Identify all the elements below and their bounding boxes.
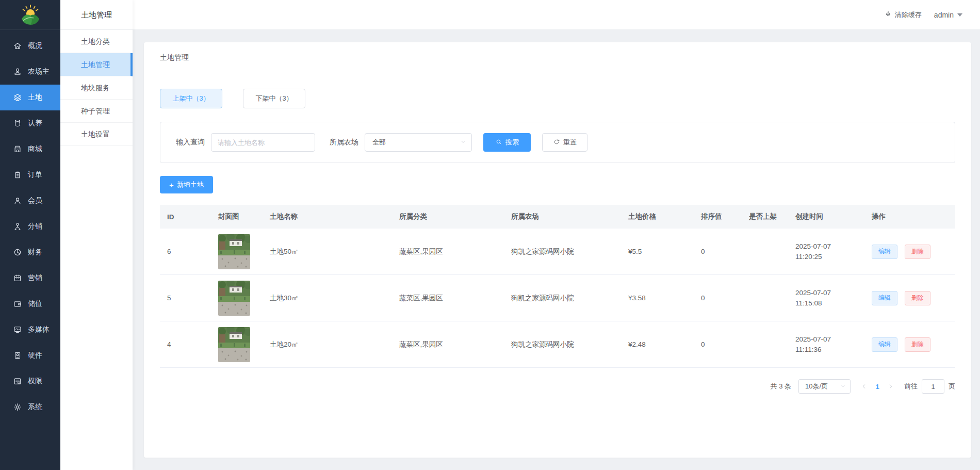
prev-page-button[interactable] bbox=[858, 379, 870, 394]
submenu-item[interactable]: 地块服务 bbox=[60, 76, 133, 100]
user-menu[interactable]: admin bbox=[934, 11, 962, 19]
secondary-sidebar: 土地管理 土地分类 土地管理 地块服务 种子管理 土地设置 bbox=[60, 0, 133, 470]
broom-icon bbox=[885, 10, 892, 19]
reset-button[interactable]: 重置 bbox=[542, 133, 587, 152]
edit-button[interactable]: 编辑 bbox=[872, 337, 897, 352]
search-button[interactable]: 搜索 bbox=[483, 133, 531, 152]
sidebar-item-home[interactable]: 概况 bbox=[0, 33, 60, 59]
stored-value-icon bbox=[13, 299, 22, 309]
land-photo-image bbox=[218, 281, 250, 316]
sidebar-item-farmer[interactable]: 农场主 bbox=[0, 59, 60, 85]
submenu-item[interactable]: 种子管理 bbox=[60, 100, 133, 123]
sidebar-item-order[interactable]: 订单 bbox=[0, 162, 60, 188]
add-land-button[interactable]: + 新增土地 bbox=[160, 176, 213, 193]
media-icon bbox=[13, 325, 22, 334]
sidebar-item-stored-value[interactable]: 储值 bbox=[0, 291, 60, 317]
cell-created: 2025-07-07 11:11:36 bbox=[788, 334, 864, 355]
sidebar-item-permission[interactable]: 权限 bbox=[0, 368, 60, 394]
clear-cache-label: 清除缓存 bbox=[895, 10, 922, 20]
sidebar-item-label: 商城 bbox=[28, 144, 42, 154]
delete-button[interactable]: 删除 bbox=[905, 245, 930, 259]
sidebar-item-label: 权限 bbox=[28, 377, 42, 386]
submenu-item[interactable]: 土地管理 bbox=[60, 53, 133, 76]
land-table: ID 封面图 土地名称 所属分类 所属农场 土地价格 排序值 是否上架 创建时间… bbox=[160, 205, 955, 368]
col-id: ID bbox=[160, 213, 211, 221]
farm-select[interactable]: 全部 bbox=[365, 133, 472, 152]
sidebar-item-land[interactable]: 土地 bbox=[0, 85, 60, 110]
col-cover: 封面图 bbox=[211, 212, 263, 221]
sidebar-item-hardware[interactable]: 硬件 bbox=[0, 343, 60, 368]
permission-icon bbox=[13, 377, 22, 386]
table-header: ID 封面图 土地名称 所属分类 所属农场 土地价格 排序值 是否上架 创建时间… bbox=[160, 205, 955, 229]
sidebar-item-member[interactable]: 会员 bbox=[0, 188, 60, 214]
sidebar-item-media[interactable]: 多媒体 bbox=[0, 317, 60, 343]
goto-page-input[interactable] bbox=[922, 379, 944, 394]
username: admin bbox=[934, 11, 954, 19]
cell-category: 蔬菜区,果园区 bbox=[392, 340, 504, 349]
cell-sort: 0 bbox=[694, 248, 742, 255]
land-photo-image bbox=[218, 327, 250, 362]
land-photo-image bbox=[218, 234, 250, 269]
sidebar-item-label: 概况 bbox=[28, 41, 42, 51]
sidebar-item-distribution[interactable]: 分销 bbox=[0, 214, 60, 239]
farmer-icon bbox=[13, 67, 22, 76]
app-root: 概况 农场主 土地 认养 商城 订单 会员 分销 财务 营销 储值 bbox=[0, 0, 980, 470]
page-size-value: 10条/页 bbox=[805, 382, 828, 391]
page-size-select[interactable]: 10条/页 bbox=[798, 379, 851, 394]
sidebar-item-marketing[interactable]: 营销 bbox=[0, 265, 60, 291]
land-photo-thumbnail[interactable] bbox=[218, 327, 250, 362]
shop-icon bbox=[13, 144, 22, 154]
land-name-input[interactable] bbox=[211, 133, 315, 152]
sidebar-item-label: 会员 bbox=[28, 196, 42, 205]
cell-sort: 0 bbox=[694, 294, 742, 302]
cell-price: ¥5.5 bbox=[621, 248, 694, 255]
page-number-1[interactable]: 1 bbox=[870, 383, 885, 391]
sidebar-item-adopt[interactable]: 认养 bbox=[0, 110, 60, 136]
card-body: 上架中（3） 下架中（3） 输入查询 所属农场 全部 搜索 bbox=[144, 89, 971, 394]
toggle-knob bbox=[740, 346, 748, 354]
cell-farm: 狗凯之家源码网小院 bbox=[504, 294, 621, 303]
cell-category: 蔬菜区,果园区 bbox=[392, 294, 504, 303]
created-date: 2025-07-07 bbox=[795, 241, 864, 252]
submenu-item[interactable]: 土地设置 bbox=[60, 123, 133, 146]
created-time: 11:11:36 bbox=[795, 345, 864, 355]
breadcrumb: 土地管理 bbox=[144, 42, 971, 73]
app-logo[interactable] bbox=[0, 0, 60, 30]
sidebar-item-label: 订单 bbox=[28, 170, 42, 180]
toggle-knob bbox=[740, 253, 748, 261]
delete-button[interactable]: 删除 bbox=[905, 291, 930, 305]
submenu-item[interactable]: 土地分类 bbox=[60, 30, 133, 53]
col-price: 土地价格 bbox=[621, 212, 694, 221]
clear-cache-button[interactable]: 清除缓存 bbox=[885, 10, 922, 20]
cell-name: 土地30㎡ bbox=[263, 294, 392, 303]
total-count: 共 3 条 bbox=[771, 382, 791, 391]
tab-off-shelf[interactable]: 下架中（3） bbox=[243, 89, 305, 108]
table-row: 4 bbox=[160, 321, 955, 368]
cell-farm: 狗凯之家源码网小院 bbox=[504, 340, 621, 349]
sidebar-item-shop[interactable]: 商城 bbox=[0, 136, 60, 162]
edit-button[interactable]: 编辑 bbox=[872, 291, 897, 305]
edit-button[interactable]: 编辑 bbox=[872, 245, 897, 259]
goto-label: 前往 bbox=[904, 382, 918, 391]
land-photo-thumbnail[interactable] bbox=[218, 281, 250, 316]
col-created: 创建时间 bbox=[788, 212, 864, 221]
adopt-icon bbox=[13, 119, 22, 128]
hardware-icon bbox=[13, 351, 22, 360]
created-time: 11:20:25 bbox=[795, 252, 864, 262]
order-icon bbox=[13, 170, 22, 180]
land-icon bbox=[13, 93, 22, 102]
tab-on-shelf[interactable]: 上架中（3） bbox=[160, 89, 222, 108]
sidebar-item-system[interactable]: 系统 bbox=[0, 394, 60, 420]
next-page-button[interactable] bbox=[885, 379, 897, 394]
chevron-down-icon bbox=[840, 383, 846, 391]
sidebar-item-label: 硬件 bbox=[28, 351, 42, 360]
reset-icon bbox=[553, 138, 560, 147]
chevron-down-icon bbox=[460, 139, 466, 147]
delete-button[interactable]: 删除 bbox=[905, 337, 930, 352]
land-photo-thumbnail[interactable] bbox=[218, 234, 250, 269]
cell-id: 6 bbox=[160, 248, 211, 255]
farm-select-value: 全部 bbox=[372, 138, 386, 147]
sidebar-item-finance[interactable]: 财务 bbox=[0, 239, 60, 265]
cell-name: 土地20㎡ bbox=[263, 340, 392, 349]
farm-label: 所属农场 bbox=[330, 138, 358, 147]
